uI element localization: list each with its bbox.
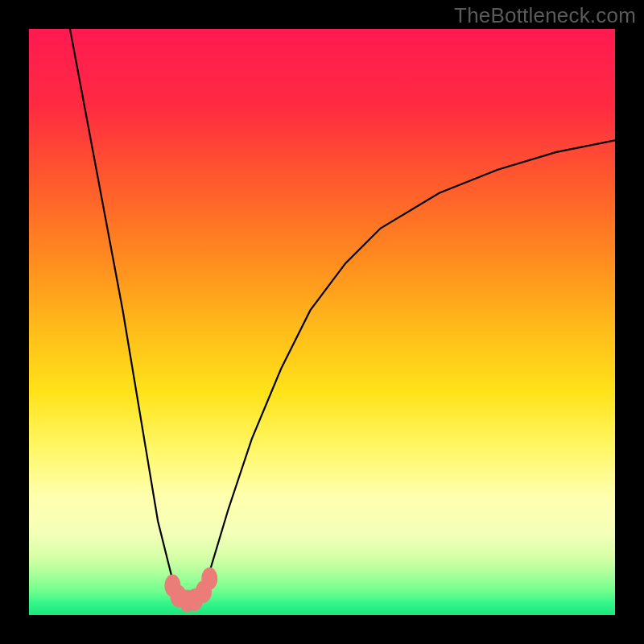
watermark-text: TheBottleneck.com bbox=[454, 3, 636, 28]
chart-container: TheBottleneck.com bbox=[0, 0, 644, 644]
curve-marker bbox=[201, 568, 217, 590]
penalty-curve-chart bbox=[0, 0, 644, 644]
plot-background bbox=[29, 29, 615, 615]
